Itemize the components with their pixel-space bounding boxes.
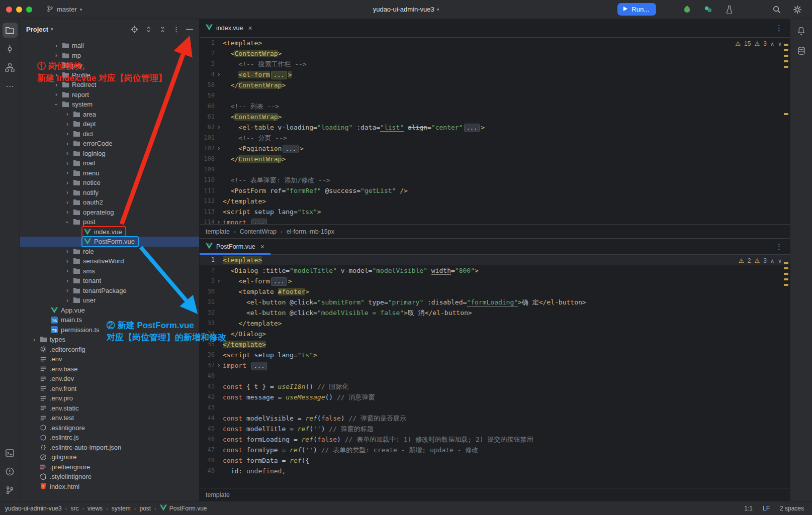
fold-marker-icon[interactable]: ›	[215, 69, 223, 80]
tree-item-.env.base[interactable]: .env.base	[20, 364, 199, 374]
notifications-icon[interactable]	[794, 23, 809, 38]
path-item[interactable]: system	[112, 505, 131, 512]
tree-item-Redirect[interactable]: ›Redirect	[20, 80, 199, 90]
prev-issue-icon[interactable]: ∧	[770, 41, 774, 47]
path-item[interactable]: yudao-ui-admin-vue3	[5, 505, 62, 512]
tab-options-icon[interactable]: ⋮	[775, 242, 783, 251]
tree-item-dict[interactable]: ›dict	[20, 129, 199, 139]
tree-item-area[interactable]: ›area	[20, 110, 199, 120]
database-icon[interactable]	[794, 43, 809, 58]
tree-item-.env.front[interactable]: .env.front	[20, 384, 199, 394]
tree-item-oauth2[interactable]: ›oauth2	[20, 197, 199, 208]
tree-item-dept[interactable]: ›dept	[20, 119, 199, 129]
tree-chevron-icon[interactable]: ›	[64, 218, 70, 226]
code-line[interactable]: 41const { t } = useI18n() // 国际化	[200, 381, 790, 392]
tree-chevron-icon[interactable]: ›	[63, 258, 71, 264]
code-line[interactable]: 101 <!-- 分页 -->	[200, 133, 790, 143]
search-icon[interactable]	[770, 3, 783, 16]
tree-chevron-icon[interactable]: ›	[63, 268, 71, 274]
code-line[interactable]: 43	[200, 402, 790, 413]
tree-chevron-icon[interactable]: ›	[52, 62, 60, 68]
code-line[interactable]: 59	[200, 90, 790, 101]
minimize-window-button[interactable]	[16, 7, 22, 13]
tree-chevron-icon[interactable]: ›	[63, 121, 71, 127]
path-item[interactable]: views	[87, 505, 103, 512]
tree-chevron-icon[interactable]: ›	[63, 160, 71, 166]
code-line[interactable]: 30 <template #footer>	[200, 286, 790, 297]
tree-item-.eslintrc.js[interactable]: .eslintrc.js	[20, 433, 199, 443]
code-line[interactable]: 1<template>	[200, 255, 790, 265]
code-line[interactable]: 37›import ...	[200, 360, 790, 371]
tree-chevron-icon[interactable]: ›	[63, 170, 71, 176]
tree-item-sensitiveWord[interactable]: ›sensitiveWord	[20, 256, 199, 266]
tree-chevron-icon[interactable]: ›	[63, 287, 71, 293]
code-line[interactable]: 102› <Pagination...>	[200, 143, 790, 154]
tool-terminal-icon[interactable]	[3, 445, 18, 460]
next-issue-icon[interactable]: ∨	[778, 41, 782, 47]
breadcrumb-item[interactable]: template	[206, 491, 230, 498]
tab-index-vue[interactable]: index.vue ×	[200, 19, 258, 37]
tree-item-.gitignore[interactable]: .gitignore	[20, 452, 199, 462]
code-line[interactable]: 109	[200, 164, 790, 175]
caret-position[interactable]: 1:1	[744, 505, 753, 512]
tree-item-index.html[interactable]: 5index.html	[20, 482, 199, 492]
tree-item-tenantPackage[interactable]: ›tenantPackage	[20, 286, 199, 296]
code-line[interactable]: 44const modelVisible = ref(false) // 弹窗的…	[200, 413, 790, 424]
code-line[interactable]: 1<template>	[200, 38, 790, 48]
tree-item-operatelog[interactable]: ›operatelog	[20, 208, 199, 218]
tool-problems-icon[interactable]	[3, 464, 18, 479]
prev-issue-icon[interactable]: ∧	[770, 258, 774, 264]
tree-item-tenant[interactable]: ›tenant	[20, 276, 199, 286]
tree-item-pay[interactable]: ›pay	[20, 60, 199, 70]
tree-item-system[interactable]: ›system	[20, 99, 199, 110]
line-ending[interactable]: LF	[763, 505, 770, 512]
code-line[interactable]: 42const message = useMessage() // 消息弹窗	[200, 392, 790, 402]
close-tab-icon[interactable]: ×	[260, 243, 264, 251]
indent-setting[interactable]: 2 spaces	[780, 505, 804, 512]
tree-chevron-icon[interactable]: ›	[53, 100, 59, 109]
collapse-all-icon[interactable]	[159, 26, 166, 33]
tree-item-.env.static[interactable]: .env.static	[20, 403, 199, 414]
tree-chevron-icon[interactable]: ›	[52, 52, 60, 58]
tree-chevron-icon[interactable]: ›	[63, 180, 71, 186]
code-line[interactable]: 49 id: undefined,	[200, 466, 790, 476]
code-line[interactable]: 40	[200, 371, 790, 381]
tree-chevron-icon[interactable]: ›	[63, 111, 71, 117]
tree-item-Profile[interactable]: ›Profile	[20, 70, 199, 80]
code-line[interactable]: 112</template>	[200, 196, 790, 207]
code-line[interactable]: 46const formLoading = ref(false) // 表单的加…	[200, 434, 790, 445]
zoom-window-button[interactable]	[26, 7, 32, 13]
tree-item-.editorconfig[interactable]: .editorconfig	[20, 345, 199, 355]
breadcrumb-item[interactable]: template	[206, 228, 230, 235]
tree-chevron-icon[interactable]: ›	[52, 72, 60, 78]
project-view-selector[interactable]: Project ▾	[26, 26, 53, 33]
plugin-leaf-icon[interactable]	[680, 3, 693, 16]
tree-item-.env.dev[interactable]: .env.dev	[20, 374, 199, 384]
tree-chevron-icon[interactable]: ›	[63, 209, 71, 215]
code-line[interactable]: 4› <el-form...>	[200, 69, 790, 80]
tree-item-errorCode[interactable]: ›errorCode	[20, 139, 199, 149]
panel-options-icon[interactable]: ⋮	[173, 26, 179, 33]
tree-chevron-icon[interactable]: ›	[63, 189, 71, 195]
plugin-flask-icon[interactable]	[723, 3, 736, 16]
tree-item-report[interactable]: ›report	[20, 90, 199, 100]
tree-item-menu[interactable]: ›menu	[20, 168, 199, 178]
tree-chevron-icon[interactable]: ›	[52, 91, 60, 97]
code-line[interactable]: 2 <Dialog :title="modelTitle" v-model="m…	[200, 265, 790, 276]
git-branch-widget[interactable]: master ▾	[42, 3, 86, 16]
code-line[interactable]: 60 <!-- 列表 -->	[200, 101, 790, 112]
code-line[interactable]: 110 <!-- 表单弹窗: 添加/修改 -->	[200, 175, 790, 185]
code-line[interactable]: 114›import ...	[200, 217, 790, 224]
code-line[interactable]: 58 </ContentWrap>	[200, 80, 790, 90]
tree-item-loginlog[interactable]: ›loginlog	[20, 149, 199, 159]
code-line[interactable]: 34 </Dialog>	[200, 329, 790, 339]
tree-item-user[interactable]: ›user	[20, 295, 199, 305]
tree-chevron-icon[interactable]: ›	[30, 337, 38, 343]
code-line[interactable]: 3› <el-form...>	[200, 276, 790, 286]
code-line[interactable]: 108 </ContentWrap>	[200, 154, 790, 164]
fold-marker-icon[interactable]: ›	[215, 217, 223, 224]
path-file[interactable]: PostForm.vue	[160, 504, 207, 512]
plugin-drop-icon[interactable]	[701, 3, 714, 16]
code-line[interactable]: 47const formType = ref('') // 表单的类型: cre…	[200, 445, 790, 455]
tree-chevron-icon[interactable]: ›	[63, 297, 71, 303]
